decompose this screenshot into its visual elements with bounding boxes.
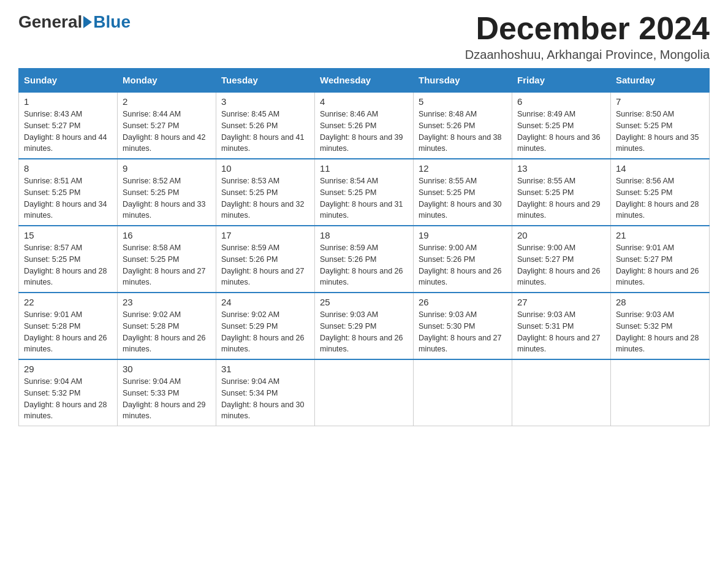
day-info: Sunrise: 9:00 AMSunset: 5:27 PMDaylight:… (517, 242, 605, 288)
day-info: Sunrise: 8:55 AMSunset: 5:25 PMDaylight:… (419, 175, 507, 221)
day-info: Sunrise: 8:52 AMSunset: 5:25 PMDaylight:… (123, 175, 211, 221)
calendar-cell: 27Sunrise: 9:03 AMSunset: 5:31 PMDayligh… (512, 293, 611, 359)
day-number: 8 (24, 163, 112, 174)
logo: General Blue (18, 12, 131, 32)
calendar-cell: 14Sunrise: 8:56 AMSunset: 5:25 PMDayligh… (611, 159, 710, 226)
day-number: 1 (24, 96, 112, 107)
calendar-cell: 26Sunrise: 9:03 AMSunset: 5:30 PMDayligh… (414, 293, 512, 359)
day-info: Sunrise: 8:48 AMSunset: 5:26 PMDaylight:… (419, 109, 507, 155)
day-info: Sunrise: 8:49 AMSunset: 5:25 PMDaylight:… (517, 109, 605, 155)
day-number: 2 (123, 96, 211, 107)
day-info: Sunrise: 9:02 AMSunset: 5:28 PMDaylight:… (123, 309, 211, 355)
title-section: December 2024 Dzaanhoshuu, Arkhangai Pro… (465, 12, 710, 62)
week-row-4: 22Sunrise: 9:01 AMSunset: 5:28 PMDayligh… (19, 293, 710, 359)
calendar-cell: 25Sunrise: 9:03 AMSunset: 5:29 PMDayligh… (315, 293, 414, 359)
calendar-cell: 16Sunrise: 8:58 AMSunset: 5:25 PMDayligh… (118, 226, 216, 293)
weekday-header-wednesday: Wednesday (315, 69, 414, 93)
day-number: 15 (24, 230, 112, 240)
calendar-cell: 7Sunrise: 8:50 AMSunset: 5:25 PMDaylight… (611, 92, 710, 159)
weekday-header-monday: Monday (118, 69, 216, 93)
calendar-cell (414, 359, 512, 426)
day-info: Sunrise: 9:03 AMSunset: 5:30 PMDaylight:… (419, 309, 507, 355)
day-info: Sunrise: 9:04 AMSunset: 5:33 PMDaylight:… (123, 376, 211, 422)
day-info: Sunrise: 8:43 AMSunset: 5:27 PMDaylight:… (24, 109, 112, 155)
day-info: Sunrise: 8:59 AMSunset: 5:26 PMDaylight:… (320, 242, 408, 288)
weekday-header-saturday: Saturday (611, 69, 710, 93)
day-info: Sunrise: 8:50 AMSunset: 5:25 PMDaylight:… (616, 109, 704, 155)
calendar-cell: 28Sunrise: 9:03 AMSunset: 5:32 PMDayligh… (611, 293, 710, 359)
calendar-cell: 10Sunrise: 8:53 AMSunset: 5:25 PMDayligh… (216, 159, 315, 226)
day-info: Sunrise: 8:59 AMSunset: 5:26 PMDaylight:… (221, 242, 309, 288)
weekday-header-friday: Friday (512, 69, 611, 93)
day-number: 25 (320, 297, 408, 307)
day-number: 24 (221, 297, 309, 307)
weekday-header-sunday: Sunday (19, 69, 118, 93)
day-info: Sunrise: 9:00 AMSunset: 5:26 PMDaylight:… (419, 242, 507, 288)
calendar-cell (315, 359, 414, 426)
calendar-cell: 8Sunrise: 8:51 AMSunset: 5:25 PMDaylight… (19, 159, 118, 226)
day-info: Sunrise: 9:04 AMSunset: 5:34 PMDaylight:… (221, 376, 309, 422)
day-info: Sunrise: 9:03 AMSunset: 5:31 PMDaylight:… (517, 309, 605, 355)
day-info: Sunrise: 8:58 AMSunset: 5:25 PMDaylight:… (123, 242, 211, 288)
weekday-header-thursday: Thursday (414, 69, 512, 93)
day-number: 23 (123, 297, 211, 307)
day-info: Sunrise: 9:01 AMSunset: 5:28 PMDaylight:… (24, 309, 112, 355)
day-number: 26 (419, 297, 507, 307)
day-number: 18 (320, 230, 408, 240)
day-number: 13 (517, 163, 605, 174)
day-number: 14 (616, 163, 704, 174)
calendar-cell: 13Sunrise: 8:55 AMSunset: 5:25 PMDayligh… (512, 159, 611, 226)
day-number: 9 (123, 163, 211, 174)
day-number: 12 (419, 163, 507, 174)
calendar-cell: 19Sunrise: 9:00 AMSunset: 5:26 PMDayligh… (414, 226, 512, 293)
week-row-1: 1Sunrise: 8:43 AMSunset: 5:27 PMDaylight… (19, 92, 710, 159)
week-row-3: 15Sunrise: 8:57 AMSunset: 5:25 PMDayligh… (19, 226, 710, 293)
day-info: Sunrise: 8:45 AMSunset: 5:26 PMDaylight:… (221, 109, 309, 155)
page-header: General Blue December 2024 Dzaanhoshuu, … (18, 12, 710, 62)
day-info: Sunrise: 8:46 AMSunset: 5:26 PMDaylight:… (320, 109, 408, 155)
calendar-cell: 3Sunrise: 8:45 AMSunset: 5:26 PMDaylight… (216, 92, 315, 159)
calendar-cell: 17Sunrise: 8:59 AMSunset: 5:26 PMDayligh… (216, 226, 315, 293)
calendar-cell: 20Sunrise: 9:00 AMSunset: 5:27 PMDayligh… (512, 226, 611, 293)
day-number: 16 (123, 230, 211, 240)
day-info: Sunrise: 9:03 AMSunset: 5:29 PMDaylight:… (320, 309, 408, 355)
calendar-cell: 24Sunrise: 9:02 AMSunset: 5:29 PMDayligh… (216, 293, 315, 359)
day-number: 21 (616, 230, 704, 240)
calendar-cell: 30Sunrise: 9:04 AMSunset: 5:33 PMDayligh… (118, 359, 216, 426)
day-number: 3 (221, 96, 309, 107)
day-info: Sunrise: 8:57 AMSunset: 5:25 PMDaylight:… (24, 242, 112, 288)
day-number: 31 (221, 364, 309, 374)
day-number: 11 (320, 163, 408, 174)
day-info: Sunrise: 8:55 AMSunset: 5:25 PMDaylight:… (517, 175, 605, 221)
day-info: Sunrise: 8:53 AMSunset: 5:25 PMDaylight:… (221, 175, 309, 221)
day-info: Sunrise: 9:01 AMSunset: 5:27 PMDaylight:… (616, 242, 704, 288)
day-info: Sunrise: 9:04 AMSunset: 5:32 PMDaylight:… (24, 376, 112, 422)
weekday-header-tuesday: Tuesday (216, 69, 315, 93)
calendar-cell: 12Sunrise: 8:55 AMSunset: 5:25 PMDayligh… (414, 159, 512, 226)
day-info: Sunrise: 9:03 AMSunset: 5:32 PMDaylight:… (616, 309, 704, 355)
calendar-cell: 11Sunrise: 8:54 AMSunset: 5:25 PMDayligh… (315, 159, 414, 226)
day-number: 17 (221, 230, 309, 240)
calendar-table: SundayMondayTuesdayWednesdayThursdayFrid… (18, 68, 710, 426)
calendar-cell: 22Sunrise: 9:01 AMSunset: 5:28 PMDayligh… (19, 293, 118, 359)
calendar-cell: 18Sunrise: 8:59 AMSunset: 5:26 PMDayligh… (315, 226, 414, 293)
week-row-5: 29Sunrise: 9:04 AMSunset: 5:32 PMDayligh… (19, 359, 710, 426)
day-number: 4 (320, 96, 408, 107)
calendar-cell: 29Sunrise: 9:04 AMSunset: 5:32 PMDayligh… (19, 359, 118, 426)
day-number: 28 (616, 297, 704, 307)
day-info: Sunrise: 8:56 AMSunset: 5:25 PMDaylight:… (616, 175, 704, 221)
calendar-cell: 21Sunrise: 9:01 AMSunset: 5:27 PMDayligh… (611, 226, 710, 293)
week-row-2: 8Sunrise: 8:51 AMSunset: 5:25 PMDaylight… (19, 159, 710, 226)
calendar-cell: 4Sunrise: 8:46 AMSunset: 5:26 PMDaylight… (315, 92, 414, 159)
day-number: 5 (419, 96, 507, 107)
calendar-cell: 15Sunrise: 8:57 AMSunset: 5:25 PMDayligh… (19, 226, 118, 293)
day-number: 27 (517, 297, 605, 307)
calendar-cell: 23Sunrise: 9:02 AMSunset: 5:28 PMDayligh… (118, 293, 216, 359)
month-title: December 2024 (465, 12, 710, 44)
calendar-cell: 6Sunrise: 8:49 AMSunset: 5:25 PMDaylight… (512, 92, 611, 159)
day-number: 20 (517, 230, 605, 240)
calendar-cell: 31Sunrise: 9:04 AMSunset: 5:34 PMDayligh… (216, 359, 315, 426)
day-info: Sunrise: 8:54 AMSunset: 5:25 PMDaylight:… (320, 175, 408, 221)
logo-blue-text: Blue (93, 12, 131, 32)
day-number: 22 (24, 297, 112, 307)
